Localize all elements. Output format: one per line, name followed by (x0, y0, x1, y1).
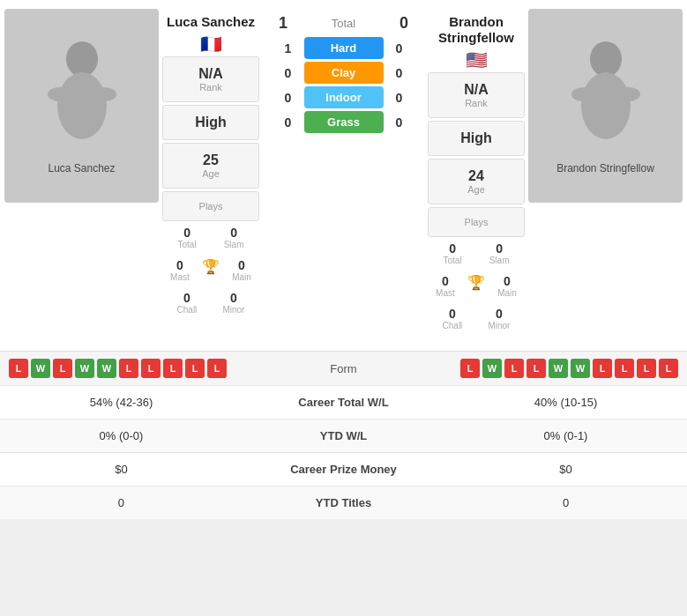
player1-plays-lbl: Plays (168, 201, 253, 212)
surface-score-right-3: 0 (391, 115, 408, 130)
player2-main-lbl: Main (497, 288, 517, 298)
form-badge-5: W (571, 359, 590, 378)
surface-score-right-2: 0 (391, 91, 408, 105)
stats-left-1: 0% (0-0) (0, 419, 243, 453)
player1-mast-lbl: Mast (170, 272, 190, 282)
player2-rank-lbl: Rank (434, 98, 519, 108)
player2-age-val: 24 (434, 168, 519, 184)
player1-chall-val: 0 (177, 291, 198, 305)
player2-minor-val: 0 (488, 307, 510, 321)
surface-rows: 1 Hard 0 0 Clay 0 0 Indoor 0 0 Grass 0 (280, 34, 408, 136)
player1-total-lbl: Total (178, 240, 197, 249)
surface-row-grass: 0 Grass 0 (280, 111, 408, 133)
h2h-score-left: 1 (270, 14, 296, 33)
h2h-score-right: 0 (391, 14, 417, 33)
player1-mini-stats-2: 0 Mast 🏆 0 Main (162, 254, 259, 286)
form-badge-2: L (504, 359, 524, 378)
form-badge-6: L (141, 359, 161, 378)
player2-minor-item: 0 Minor (488, 307, 510, 330)
player2-minor-lbl: Minor (488, 321, 510, 330)
stats-right-2: $0 (444, 453, 687, 486)
svg-rect-2 (76, 73, 88, 84)
bottom-section: LWLWWLLLLL Form LWLLWWLLLL 54% (42-36) C… (0, 351, 687, 519)
player1-silhouette (38, 35, 126, 159)
player2-name: Brandon Stringfellow (431, 14, 521, 46)
surface-score-left-3: 0 (280, 115, 297, 130)
player2-mini-stats-1: 0 Total 0 Slam (428, 237, 525, 270)
player1-mast-item: 0 Mast (170, 258, 190, 282)
player2-rank-val: N/A (434, 82, 519, 98)
main-container: Luca Sanchez Luca Sanchez 🇫🇷 N/A Rank Hi… (0, 0, 687, 519)
player1-mini-stats-1: 0 Total 0 Slam (162, 221, 259, 254)
surface-score-left-0: 1 (280, 41, 297, 56)
player1-total-val: 0 (178, 226, 197, 240)
stats-right-0: 40% (10-15) (444, 386, 687, 419)
form-badge-4: W (549, 359, 568, 378)
stats-row-0: 54% (42-36) Career Total W/L 40% (10-15) (0, 386, 687, 419)
player2-trophy-icon: 🏆 (467, 274, 485, 291)
player1-slam-item: 0 Slam (224, 226, 244, 249)
surface-score-right-0: 0 (391, 41, 408, 56)
form-badge-8: L (637, 359, 656, 378)
form-badges-left: LWLWWLLLLL (9, 359, 291, 378)
surface-score-right-1: 0 (391, 66, 408, 80)
player1-age-card: 25 Age (162, 143, 259, 189)
player2-chall-lbl: Chall (443, 321, 463, 330)
stats-right-3: 0 (444, 486, 687, 520)
svg-point-0 (66, 41, 98, 77)
surface-row-indoor: 0 Indoor 0 (280, 86, 408, 108)
player1-trophy-item: 🏆 (202, 258, 220, 282)
surface-btn-clay: Clay (304, 62, 384, 84)
surface-row-hard: 1 Hard 0 (280, 37, 408, 59)
player1-main-lbl: Main (232, 272, 251, 282)
player1-mini-stats-3: 0 Chall 0 Minor (162, 286, 259, 319)
form-badge-8: L (185, 359, 205, 378)
right-stats-wrapper: Brandon Stringfellow 🇺🇸 N/A Rank High 24… (428, 9, 525, 335)
player1-rank-lbl: Rank (168, 82, 253, 93)
player1-trophy-icon: 🏆 (202, 258, 220, 275)
svg-point-4 (92, 87, 116, 101)
form-badge-7: L (615, 359, 634, 378)
stats-table: 54% (42-36) Career Total W/L 40% (10-15)… (0, 385, 687, 519)
stats-label-2: Career Prize Money (243, 453, 444, 486)
player1-name: Luca Sanchez (166, 14, 256, 30)
surface-btn-grass: Grass (304, 111, 384, 133)
player2-age-lbl: Age (434, 184, 519, 195)
player2-mast-val: 0 (436, 274, 455, 288)
form-badge-1: W (31, 359, 50, 378)
player2-total-val: 0 (444, 241, 462, 256)
player2-main-val: 0 (497, 274, 517, 288)
surface-score-left-1: 0 (280, 66, 297, 80)
stats-tbody: 54% (42-36) Career Total W/L 40% (10-15)… (0, 386, 687, 520)
player-section: Luca Sanchez Luca Sanchez 🇫🇷 N/A Rank Hi… (0, 0, 687, 344)
player1-rank-card: N/A Rank (162, 56, 259, 102)
surface-row-clay: 0 Clay 0 (280, 62, 408, 84)
player1-main-val: 0 (232, 258, 251, 272)
stats-label-0: Career Total W/L (243, 386, 444, 419)
form-badge-9: L (207, 359, 227, 378)
player1-high-card: High (162, 105, 259, 140)
svg-point-9 (616, 87, 640, 101)
player2-chall-val: 0 (443, 307, 463, 321)
center-col: 1 Total 0 1 Hard 0 0 Clay 0 0 Indoor 0 0… (263, 9, 424, 335)
form-badge-0: L (9, 359, 28, 378)
svg-point-8 (571, 87, 596, 101)
form-row: LWLWWLLLLL Form LWLLWWLLLL (0, 351, 687, 385)
player2-main-item: 0 Main (497, 274, 517, 298)
player2-silhouette (562, 35, 650, 159)
player2-age-card: 24 Age (428, 159, 525, 204)
player2-photo: Brandon Stringfellow (528, 9, 683, 203)
left-stats-wrapper: Luca Sanchez 🇫🇷 N/A Rank High 25 Age Pla… (162, 9, 259, 335)
total-row: 1 Total 0 (266, 9, 421, 34)
player2-high-card: High (428, 121, 525, 156)
player2-rank-card: N/A Rank (428, 72, 525, 118)
player1-slam-val: 0 (224, 226, 244, 240)
player2-mast-item: 0 Mast (436, 274, 455, 298)
stats-left-2: $0 (0, 453, 243, 486)
player2-total-lbl: Total (444, 256, 462, 265)
player1-slam-lbl: Slam (224, 240, 244, 249)
stats-left-3: 0 (0, 486, 243, 520)
player1-plays-card: Plays (162, 191, 259, 221)
player2-mini-stats-3: 0 Chall 0 Minor (428, 302, 525, 335)
form-badge-3: W (75, 359, 94, 378)
